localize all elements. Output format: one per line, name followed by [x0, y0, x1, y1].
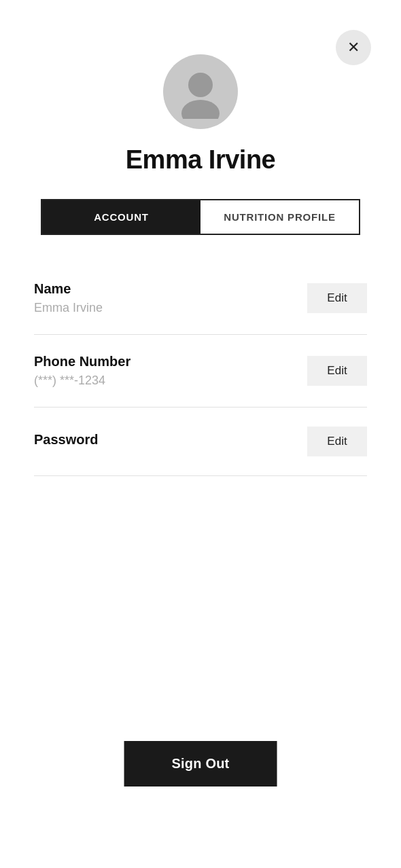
- fields-container: Name Emma Irvine Edit Phone Number (***)…: [0, 262, 401, 476]
- phone-field-info: Phone Number (***) ***-1234: [34, 354, 130, 388]
- close-icon: ✕: [347, 39, 360, 56]
- close-button[interactable]: ✕: [336, 30, 371, 65]
- password-label: Password: [34, 432, 98, 448]
- profile-section: Emma Irvine ACCOUNT NUTRITION PROFILE Na…: [0, 0, 401, 476]
- name-edit-button[interactable]: Edit: [307, 283, 367, 313]
- name-field-info: Name Emma Irvine: [34, 281, 103, 315]
- sign-out-button[interactable]: Sign Out: [124, 741, 277, 786]
- password-field-info: Password: [34, 432, 98, 452]
- phone-edit-button[interactable]: Edit: [307, 356, 367, 386]
- svg-point-1: [181, 100, 220, 119]
- password-edit-button[interactable]: Edit: [307, 427, 367, 456]
- phone-value: (***) ***-1234: [34, 374, 130, 388]
- tab-account[interactable]: ACCOUNT: [42, 200, 201, 234]
- name-label: Name: [34, 281, 103, 297]
- name-field-row: Name Emma Irvine Edit: [34, 262, 367, 335]
- sign-out-section: Sign Out: [124, 741, 277, 786]
- avatar-icon: [173, 65, 228, 119]
- phone-field-row: Phone Number (***) ***-1234 Edit: [34, 335, 367, 408]
- password-field-row: Password Edit: [34, 408, 367, 476]
- phone-label: Phone Number: [34, 354, 130, 369]
- user-name: Emma Irvine: [126, 145, 276, 175]
- tabs-container: ACCOUNT NUTRITION PROFILE: [41, 199, 360, 235]
- svg-point-0: [188, 73, 213, 97]
- name-value: Emma Irvine: [34, 301, 103, 315]
- avatar: [163, 54, 238, 129]
- tab-nutrition-profile[interactable]: NUTRITION PROFILE: [201, 200, 359, 234]
